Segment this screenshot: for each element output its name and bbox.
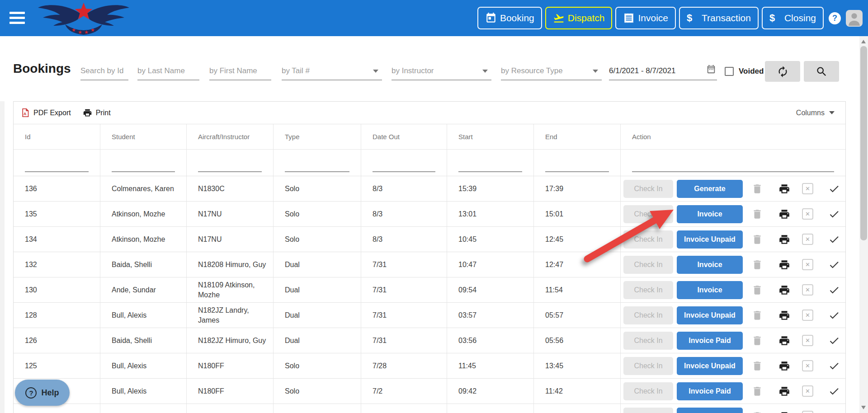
column-filter-input-end[interactable] — [545, 157, 609, 172]
confirm-check-icon[interactable] — [828, 183, 840, 195]
check-in-button[interactable]: Check In — [623, 357, 673, 375]
nav-button-transaction[interactable]: $Transaction — [679, 7, 759, 29]
refresh-button[interactable] — [765, 61, 800, 82]
delete-icon[interactable] — [751, 234, 763, 245]
void-x-icon[interactable]: ✕ — [802, 310, 813, 321]
confirm-check-icon[interactable] — [828, 310, 840, 321]
nav-button-dispatch[interactable]: Dispatch — [545, 7, 613, 29]
cell-end: 11:42 — [534, 379, 621, 404]
invoice-action-button[interactable]: Invoice Paid — [677, 332, 743, 350]
scrollbar-thumb[interactable] — [860, 46, 867, 240]
confirm-check-icon[interactable] — [828, 360, 840, 372]
delete-icon[interactable] — [751, 411, 763, 413]
check-in-button[interactable]: Check In — [623, 256, 673, 274]
columns-dropdown[interactable]: Columns — [796, 109, 835, 117]
cell-action: Check InInvoice Unpaid✕ — [621, 303, 845, 328]
tail-number-select[interactable]: by Tail # — [282, 62, 382, 80]
delete-icon[interactable] — [751, 335, 763, 347]
print-icon[interactable] — [778, 411, 790, 413]
nav-help-icon[interactable]: ? — [829, 12, 841, 24]
invoice-action-button[interactable]: Invoice Unpaid — [677, 306, 743, 324]
nav-button-invoice[interactable]: Invoice — [615, 7, 676, 29]
print-icon[interactable] — [778, 360, 790, 372]
print-icon[interactable] — [778, 259, 790, 271]
check-in-button[interactable]: Check In — [623, 180, 673, 198]
print-icon[interactable] — [778, 234, 790, 245]
void-x-icon[interactable]: ✕ — [802, 284, 813, 296]
print-icon[interactable] — [778, 208, 790, 220]
check-in-button[interactable]: Check In — [623, 230, 673, 249]
hamburger-menu-icon[interactable] — [9, 12, 25, 24]
column-header-action: Action — [621, 124, 845, 149]
nav-button-booking[interactable]: Booking — [477, 7, 542, 29]
delete-icon[interactable] — [751, 360, 763, 372]
check-in-button[interactable]: Check In — [623, 332, 673, 350]
void-x-icon[interactable]: ✕ — [802, 208, 813, 220]
print-button[interactable]: Print — [83, 108, 111, 117]
resource-type-select[interactable]: by Resource Type — [501, 62, 602, 80]
delete-icon[interactable] — [751, 183, 763, 195]
check-in-button[interactable]: Check In — [623, 382, 673, 400]
confirm-check-icon[interactable] — [828, 335, 840, 347]
nav-button-label: Closing — [784, 13, 816, 23]
print-icon[interactable] — [778, 183, 790, 195]
check-in-button[interactable]: Check In — [623, 306, 673, 324]
last-name-input[interactable]: by Last Name — [137, 62, 199, 80]
search-button[interactable] — [804, 61, 839, 82]
invoice-action-button[interactable]: Invoice — [677, 256, 743, 274]
confirm-check-icon[interactable] — [828, 385, 840, 397]
confirm-check-icon[interactable] — [828, 234, 840, 245]
print-icon[interactable] — [778, 335, 790, 347]
void-x-icon[interactable]: ✕ — [802, 335, 813, 346]
delete-icon[interactable] — [751, 259, 763, 271]
search-by-id-input[interactable]: Search by Id — [80, 62, 128, 80]
void-x-icon[interactable]: ✕ — [802, 234, 813, 245]
nav-button-closing[interactable]: $Closing — [762, 7, 824, 29]
voided-checkbox[interactable] — [725, 67, 734, 76]
void-x-icon[interactable]: ✕ — [802, 411, 813, 413]
confirm-check-icon[interactable] — [828, 284, 840, 296]
column-filter-input-student[interactable] — [112, 157, 175, 172]
delete-icon[interactable] — [751, 208, 763, 220]
confirm-check-icon[interactable] — [828, 208, 840, 220]
scroll-up-icon[interactable] — [861, 40, 866, 43]
delete-icon[interactable] — [751, 310, 763, 321]
cell-action: Check InGenerate✕ — [621, 176, 845, 201]
date-range-field[interactable]: 6/1/2021 - 8/7/2021 — [609, 62, 717, 80]
vertical-scrollbar[interactable] — [859, 36, 868, 413]
column-filter-input-id[interactable] — [25, 157, 89, 172]
confirm-check-icon[interactable] — [828, 259, 840, 271]
void-x-icon[interactable]: ✕ — [802, 360, 813, 371]
help-button[interactable]: ? Help — [15, 380, 70, 406]
void-x-icon[interactable]: ✕ — [802, 259, 813, 270]
print-icon[interactable] — [778, 385, 790, 397]
cell-end: 12:45 — [534, 227, 621, 252]
delete-icon[interactable] — [751, 284, 763, 296]
first-name-input[interactable]: by First Name — [209, 62, 271, 80]
pdf-export-button[interactable]: A PDF Export — [20, 108, 71, 117]
column-filter-input-date-out[interactable] — [373, 157, 435, 172]
invoice-action-button[interactable]: Invoice Unpaid — [677, 357, 743, 375]
invoice-action-button[interactable] — [677, 408, 743, 413]
delete-icon[interactable] — [751, 385, 763, 397]
check-in-button[interactable]: Check In — [623, 281, 673, 299]
invoice-action-button[interactable]: Invoice — [677, 281, 743, 299]
invoice-action-button[interactable]: Invoice Paid — [677, 382, 743, 400]
column-filter-input-type[interactable] — [285, 157, 349, 172]
print-icon[interactable] — [778, 284, 790, 296]
confirm-check-icon[interactable] — [828, 411, 840, 413]
void-x-icon[interactable]: ✕ — [802, 183, 813, 194]
scroll-down-icon[interactable] — [861, 406, 866, 409]
check-in-button[interactable]: Check In — [623, 205, 673, 223]
column-filter-input-action[interactable] — [632, 157, 834, 172]
check-in-button[interactable]: Check In — [623, 408, 673, 413]
column-filter-input-aircraft-instructor[interactable] — [198, 157, 262, 172]
invoice-action-button[interactable]: Invoice Unpaid — [677, 230, 743, 249]
print-icon[interactable] — [778, 310, 790, 321]
invoice-action-button[interactable]: Invoice — [677, 205, 743, 223]
void-x-icon[interactable]: ✕ — [802, 385, 813, 397]
column-filter-input-start[interactable] — [458, 157, 522, 172]
avatar[interactable] — [846, 10, 863, 27]
invoice-action-button[interactable]: Generate — [677, 180, 743, 198]
instructor-select[interactable]: by Instructor — [392, 62, 491, 80]
